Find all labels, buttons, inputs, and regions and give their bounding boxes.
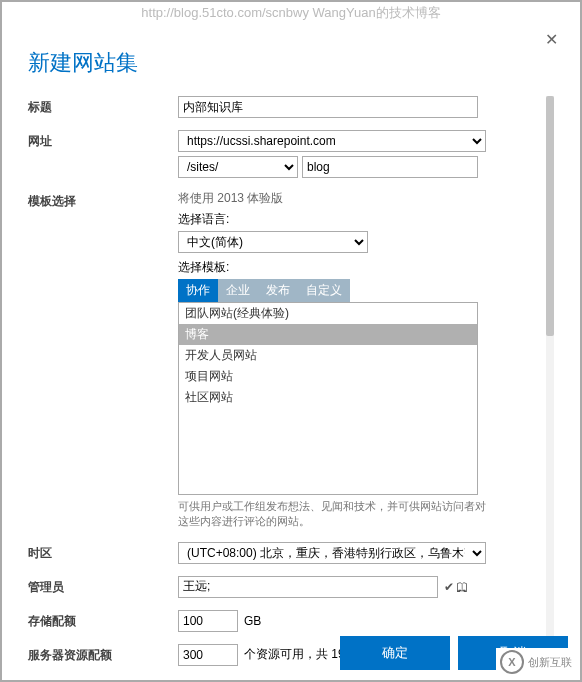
resource-input[interactable] bbox=[178, 644, 238, 666]
corner-logo-icon: X bbox=[500, 650, 524, 674]
label-language: 选择语言: bbox=[178, 211, 540, 228]
url-domain-select[interactable]: https://ucssi.sharepoint.com bbox=[178, 130, 486, 152]
label-pick-template: 选择模板: bbox=[178, 259, 540, 276]
admin-input[interactable] bbox=[178, 576, 438, 598]
corner-brand-text: 创新互联 bbox=[528, 655, 572, 670]
scrollbar-track[interactable] bbox=[546, 96, 554, 656]
storage-input[interactable] bbox=[178, 610, 238, 632]
template-listbox[interactable]: 团队网站(经典体验) 博客 开发人员网站 项目网站 社区网站 bbox=[178, 302, 478, 495]
tab-collab[interactable]: 协作 bbox=[178, 279, 218, 302]
browse-people-icon[interactable]: 🕮 bbox=[456, 580, 468, 594]
tab-custom[interactable]: 自定义 bbox=[298, 279, 350, 302]
tab-ent[interactable]: 企业 bbox=[218, 279, 258, 302]
title-input[interactable] bbox=[178, 96, 478, 118]
label-storage: 存储配额 bbox=[28, 610, 178, 630]
tpl-project[interactable]: 项目网站 bbox=[179, 366, 477, 387]
url-path-select[interactable]: /sites/ bbox=[178, 156, 298, 178]
label-timezone: 时区 bbox=[28, 542, 178, 562]
template-help: 可供用户或工作组发布想法、见闻和技术，并可供网站访问者对这些内容进行评论的网站。 bbox=[178, 495, 488, 530]
ok-button[interactable]: 确定 bbox=[340, 636, 450, 670]
label-template: 模板选择 bbox=[28, 190, 178, 210]
scrollbar-thumb[interactable] bbox=[546, 96, 554, 336]
template-version-note: 将使用 2013 体验版 bbox=[178, 190, 540, 207]
url-slug-input[interactable] bbox=[302, 156, 478, 178]
label-url: 网址 bbox=[28, 130, 178, 150]
storage-unit: GB bbox=[244, 614, 261, 628]
tpl-blog[interactable]: 博客 bbox=[179, 324, 477, 345]
label-admin: 管理员 bbox=[28, 576, 178, 596]
dialog-body: 标题 网址 https://ucssi.sharepoint.com /site… bbox=[28, 96, 554, 656]
template-tabs: 协作 企业 发布 自定义 bbox=[178, 279, 540, 302]
tpl-community[interactable]: 社区网站 bbox=[179, 387, 477, 408]
dialog-title: 新建网站集 bbox=[28, 48, 554, 78]
tpl-dev[interactable]: 开发人员网站 bbox=[179, 345, 477, 366]
create-site-dialog: 新建网站集 标题 网址 https://ucssi.sharepoint.com… bbox=[8, 20, 574, 674]
tpl-team[interactable]: 团队网站(经典体验) bbox=[179, 303, 477, 324]
corner-watermark: X 创新互联 bbox=[496, 648, 576, 676]
tab-publish[interactable]: 发布 bbox=[258, 279, 298, 302]
template-listbox-blank bbox=[179, 408, 477, 494]
check-name-icon[interactable]: ✔ bbox=[444, 580, 454, 594]
timezone-select[interactable]: (UTC+08:00) 北京，重庆，香港特别行政区，乌鲁木齐 bbox=[178, 542, 486, 564]
language-select[interactable]: 中文(简体) bbox=[178, 231, 368, 253]
label-resource: 服务器资源配额 bbox=[28, 644, 178, 664]
label-title: 标题 bbox=[28, 96, 178, 116]
